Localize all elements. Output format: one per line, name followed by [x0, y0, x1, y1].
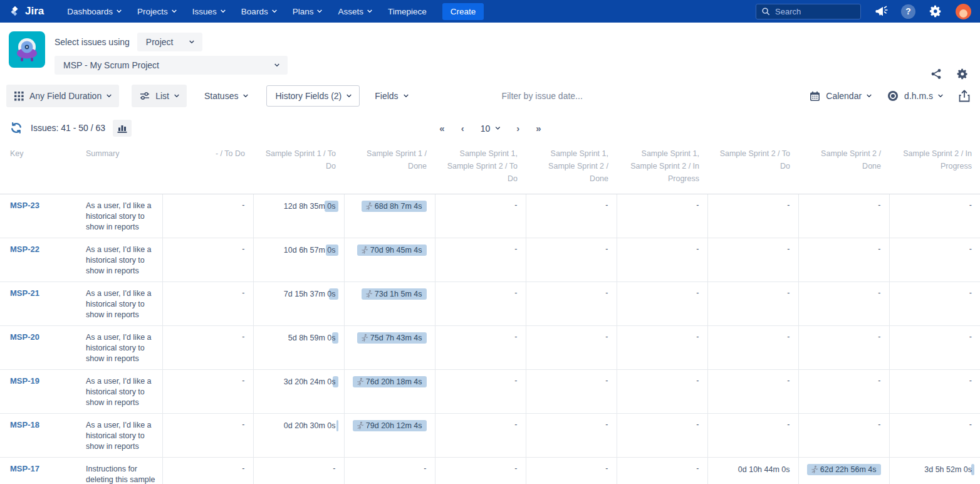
duration-value: 70d 9h 45m 4s: [370, 246, 422, 255]
empty-duration: -: [514, 288, 517, 297]
first-page-button[interactable]: «: [439, 123, 444, 134]
duration-cell: 75d 7h 43m 4s: [344, 326, 435, 370]
duration-cell: -: [617, 282, 707, 326]
duration-cell: 7d 15h 37m 0s: [253, 282, 344, 326]
duration-cell: 73d 1h 5m 4s: [344, 282, 435, 326]
empty-duration: -: [605, 464, 608, 473]
chevron-down-icon: [317, 8, 322, 13]
duration-value: 75d 7h 43m 4s: [370, 334, 422, 342]
duration-cell: -: [707, 282, 798, 326]
issue-key-link[interactable]: MSP-23: [10, 201, 39, 210]
page-size-select[interactable]: 10: [481, 123, 500, 133]
issue-source-select[interactable]: Project: [137, 33, 202, 51]
issue-date-filter[interactable]: Filter by issue date...: [502, 91, 810, 101]
duration-cell: -: [889, 414, 980, 458]
duration-cell: 5d 8h 59m 0s: [253, 326, 344, 370]
chevron-down-icon: [867, 92, 872, 97]
top-navbar: Jira DashboardsProjectsIssuesBoardsPlans…: [0, 0, 980, 23]
nav-item-issues[interactable]: Issues: [185, 0, 232, 23]
duration-cell: -: [162, 458, 253, 484]
empty-duration: -: [787, 288, 790, 297]
last-page-button[interactable]: »: [536, 123, 540, 134]
nav-item-label: Assets: [338, 7, 363, 16]
duration-cell: 3d 5h 52m 0s: [889, 458, 980, 484]
duration-value: 3d 20h 24m 0s: [284, 377, 336, 386]
format-label: d.h.m.s: [904, 91, 933, 101]
issue-key-cell: MSP-23: [0, 194, 72, 238]
chevron-down-icon: [107, 92, 112, 97]
empty-duration: -: [242, 288, 244, 297]
runner-icon: [360, 246, 368, 255]
refresh-icon[interactable]: [10, 122, 23, 134]
durations-table: KeySummary- / To DoSample Sprint 1 / To …: [0, 142, 980, 484]
column-header-3: Sample Sprint 1 / To Do: [253, 142, 344, 194]
runner-icon: [355, 377, 364, 386]
empty-duration: -: [605, 420, 608, 429]
share-icon[interactable]: [930, 68, 942, 80]
prev-page-button[interactable]: ‹: [461, 123, 464, 134]
gear-icon[interactable]: [956, 68, 969, 80]
duration-cell: 3d 20h 24m 0s: [253, 370, 344, 414]
duration-cell: -: [798, 194, 889, 238]
help-icon[interactable]: ?: [901, 4, 915, 19]
duration-value: 79d 20h 12m 4s: [366, 421, 422, 430]
duration-badge: 68d 8h 7m 4s: [362, 201, 427, 212]
duration-cell: 76d 20h 18m 4s: [344, 370, 435, 414]
nav-item-label: Plans: [293, 7, 314, 16]
next-page-button[interactable]: ›: [516, 123, 519, 134]
issue-key-link[interactable]: MSP-22: [10, 245, 39, 254]
issue-key-link[interactable]: MSP-19: [10, 376, 39, 386]
settings-icon[interactable]: [929, 4, 942, 18]
chevron-down-icon: [367, 8, 372, 13]
duration-cell: -: [707, 414, 798, 458]
duration-cell: -: [617, 194, 707, 238]
nav-item-boards[interactable]: Boards: [234, 0, 283, 23]
view-select[interactable]: List: [132, 85, 187, 107]
statuses-select[interactable]: Statuses: [204, 91, 248, 101]
create-button[interactable]: Create: [442, 3, 484, 20]
table-header-row: KeySummary- / To DoSample Sprint 1 / To …: [0, 142, 980, 194]
bar-chart-button[interactable]: [113, 120, 132, 137]
announcements-icon[interactable]: [874, 5, 888, 18]
project-select[interactable]: MSP - My Scrum Project: [55, 56, 288, 75]
column-header-7: Sample Sprint 1, Sample Sprint 2 / In Pr…: [617, 142, 707, 194]
issue-key-link[interactable]: MSP-21: [10, 288, 39, 298]
issue-key-link[interactable]: MSP-18: [10, 420, 39, 429]
issue-key-link[interactable]: MSP-17: [10, 464, 39, 473]
chevron-down-icon: [172, 8, 177, 13]
empty-duration: -: [242, 376, 244, 385]
duration-cell: -: [162, 370, 253, 414]
nav-item-assets[interactable]: Assets: [331, 0, 378, 23]
duration-value: 0d 10h 44m 0s: [738, 465, 790, 474]
metric-select[interactable]: Any Field Duration: [6, 85, 119, 107]
issue-key-link[interactable]: MSP-20: [10, 332, 39, 342]
column-header-9: Sample Sprint 2 / Done: [798, 142, 889, 194]
fields-select[interactable]: Fields: [375, 91, 407, 101]
target-icon: [887, 90, 899, 102]
issue-summary-cell: Instructions for deleting this sample bo…: [72, 458, 162, 484]
user-avatar[interactable]: [956, 4, 971, 19]
nav-item-projects[interactable]: Projects: [130, 0, 183, 23]
nav-item-label: Dashboards: [67, 7, 113, 16]
nav-item-timepiece[interactable]: Timepiece: [381, 0, 434, 23]
history-fields-select[interactable]: History Fields (2): [266, 85, 360, 107]
issue-summary-cell: As a user, I'd like a historical story t…: [72, 194, 162, 238]
jira-brand[interactable]: Jira: [9, 5, 44, 18]
duration-value: 0d 20h 30m 0s: [284, 421, 336, 430]
runner-icon: [364, 290, 373, 298]
table-row: MSP-18As a user, I'd like a historical s…: [0, 414, 980, 458]
chevron-down-icon: [221, 8, 226, 13]
empty-duration: -: [696, 464, 699, 473]
global-search[interactable]: [756, 4, 861, 19]
duration-format-select[interactable]: d.h.m.s: [887, 90, 942, 102]
export-icon[interactable]: [959, 90, 970, 102]
empty-duration: -: [878, 332, 880, 341]
calendar-select[interactable]: Calendar: [810, 91, 871, 102]
nav-item-dashboards[interactable]: Dashboards: [60, 0, 128, 23]
nav-item-plans[interactable]: Plans: [286, 0, 329, 23]
duration-cell: 68d 8h 7m 4s: [344, 194, 435, 238]
duration-cell: -: [435, 414, 526, 458]
duration-cell: -: [435, 238, 526, 282]
search-input[interactable]: [775, 7, 850, 16]
metric-label: Any Field Duration: [29, 91, 102, 101]
